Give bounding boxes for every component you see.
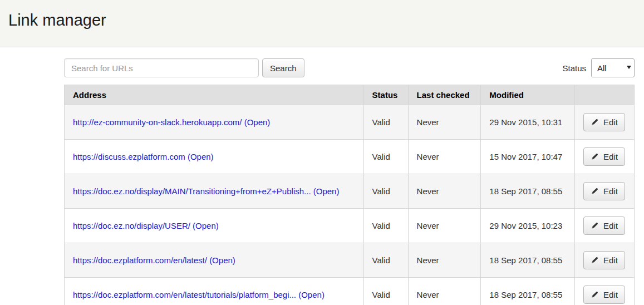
status-cell: Valid (363, 243, 408, 278)
url-link[interactable]: https://doc.ez.no/display/MAIN/Transitio… (73, 186, 311, 196)
pencil-icon (591, 118, 599, 126)
pencil-icon (591, 291, 599, 299)
status-select-wrap: All (591, 58, 635, 77)
status-cell: Valid (363, 278, 408, 305)
table-row: https://doc.ezplatform.com/en/latest/ (O… (65, 243, 635, 278)
edit-button-label: Edit (603, 152, 618, 161)
edit-button[interactable]: Edit (583, 113, 625, 131)
table-row: https://doc.ez.no/display/USER/ (Open) V… (65, 209, 635, 243)
last-checked-cell: Never (408, 243, 481, 278)
last-checked-cell: Never (408, 174, 481, 209)
address-cell: https://doc.ez.no/display/USER/ (Open) (65, 209, 364, 243)
modified-cell: 29 Nov 2015, 10:23 (481, 209, 575, 243)
open-link[interactable]: (Open) (313, 186, 340, 196)
page-title: Link manager (8, 11, 644, 29)
url-link[interactable]: https://doc.ezplatform.com/en/latest/tut… (73, 290, 296, 299)
table-row: https://doc.ezplatform.com/en/latest/tut… (65, 278, 635, 305)
status-filter-group: Status All (562, 58, 635, 77)
open-link[interactable]: (Open) (244, 117, 271, 127)
edit-button[interactable]: Edit (583, 286, 625, 304)
pencil-icon (591, 222, 599, 230)
open-link[interactable]: (Open) (188, 152, 214, 161)
modified-cell: 18 Sep 2017, 08:55 (481, 174, 575, 209)
last-checked-cell: Never (408, 140, 481, 174)
modified-cell: 18 Sep 2017, 08:55 (481, 278, 575, 305)
url-link[interactable]: https://doc.ezplatform.com/en/latest/ (73, 255, 207, 265)
modified-cell: 18 Sep 2017, 08:55 (481, 243, 575, 278)
search-input[interactable] (64, 58, 259, 77)
search-button[interactable]: Search (262, 58, 304, 77)
edit-cell: Edit (574, 209, 634, 243)
pencil-icon (591, 187, 599, 195)
status-cell: Valid (363, 174, 408, 209)
column-header-last-checked: Last checked (408, 85, 481, 105)
url-link[interactable]: https://discuss.ezplatform.com (73, 152, 185, 161)
address-cell: https://doc.ezplatform.com/en/latest/ (O… (65, 243, 364, 278)
table-row: http://ez-community-on-slack.herokuapp.c… (65, 105, 635, 140)
edit-cell: Edit (574, 174, 634, 209)
address-cell: https://doc.ezplatform.com/en/latest/tut… (65, 278, 364, 305)
edit-button-label: Edit (603, 117, 618, 127)
edit-button[interactable]: Edit (583, 251, 625, 269)
pencil-icon (591, 256, 599, 264)
last-checked-cell: Never (408, 209, 481, 243)
address-cell: https://discuss.ezplatform.com (Open) (65, 140, 364, 174)
table-header-row: Address Status Last checked Modified (65, 85, 635, 105)
links-table: Address Status Last checked Modified htt… (64, 85, 635, 305)
url-link[interactable]: https://doc.ez.no/display/USER/ (73, 221, 190, 230)
edit-cell: Edit (574, 140, 634, 174)
edit-button[interactable]: Edit (583, 147, 625, 166)
edit-cell: Edit (574, 278, 634, 305)
table-body: http://ez-community-on-slack.herokuapp.c… (65, 105, 635, 305)
status-cell: Valid (363, 209, 408, 243)
modified-cell: 29 Nov 2015, 10:31 (481, 105, 575, 140)
address-cell: https://doc.ez.no/display/MAIN/Transitio… (65, 174, 364, 209)
table-row: https://doc.ez.no/display/MAIN/Transitio… (65, 174, 635, 209)
status-cell: Valid (363, 105, 408, 140)
column-header-actions (574, 85, 634, 105)
status-filter-label: Status (562, 63, 586, 73)
modified-cell: 15 Nov 2017, 10:47 (481, 140, 575, 174)
edit-button[interactable]: Edit (583, 182, 625, 200)
edit-cell: Edit (574, 105, 634, 140)
url-link[interactable]: http://ez-community-on-slack.herokuapp.c… (73, 117, 242, 127)
address-cell: http://ez-community-on-slack.herokuapp.c… (65, 105, 364, 140)
status-cell: Valid (363, 140, 408, 174)
edit-button-label: Edit (603, 255, 618, 265)
page-header: Link manager (0, 0, 644, 47)
edit-cell: Edit (574, 243, 634, 278)
open-link[interactable]: (Open) (193, 221, 219, 230)
open-link[interactable]: (Open) (298, 290, 325, 299)
edit-button-label: Edit (603, 221, 618, 230)
edit-button-label: Edit (603, 290, 618, 299)
column-header-address: Address (65, 85, 364, 105)
edit-button[interactable]: Edit (583, 217, 625, 235)
open-link[interactable]: (Open) (209, 255, 235, 265)
last-checked-cell: Never (408, 278, 481, 305)
last-checked-cell: Never (408, 105, 481, 140)
status-filter-select[interactable]: All (591, 58, 635, 77)
toolbar: Search Status All (64, 58, 635, 77)
table-row: https://discuss.ezplatform.com (Open) Va… (65, 140, 635, 174)
pencil-icon (591, 152, 599, 161)
column-header-status: Status (363, 85, 408, 105)
search-group: Search (64, 58, 304, 77)
edit-button-label: Edit (603, 186, 618, 196)
column-header-modified: Modified (481, 85, 575, 105)
main-content: Search Status All Address Status Last ch… (64, 47, 635, 305)
